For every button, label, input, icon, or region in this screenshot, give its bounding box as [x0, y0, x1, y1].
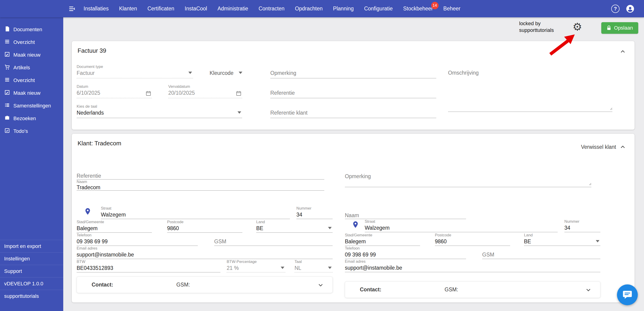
gsm-input[interactable]: GSM	[214, 233, 332, 246]
klant-card-title: Klant: Tradecom	[72, 134, 634, 147]
datum-input[interactable]: Datum 6/10/2025	[77, 84, 152, 98]
contact-gsm-label: GSM:	[444, 286, 458, 293]
naam-label: Naam	[77, 180, 87, 184]
topnav-item-label: Stockbeheer	[403, 6, 433, 12]
chat-launcher-button[interactable]	[617, 284, 638, 305]
email-input[interactable]: Email adres support@instamobile.be	[77, 246, 332, 259]
save-button[interactable]: Opslaan	[601, 22, 638, 34]
vervaldatum-input[interactable]: Vervaldatum 20/10/2025	[168, 84, 242, 98]
sidebar-item-artikels[interactable]: Artikels	[0, 61, 63, 74]
resize-handle-icon[interactable]	[609, 107, 612, 111]
land-select[interactable]: Land BE	[256, 220, 332, 233]
taal-select[interactable]: Kies de taal Nederlands	[77, 104, 242, 118]
referentie-klant-placeholder: Referentie klant	[270, 110, 308, 116]
btw-input[interactable]: BTW BE0433512893	[77, 259, 220, 272]
telefoon-input[interactable]: Telefoon 09 398 69 99	[77, 233, 198, 246]
sidebar: Documenten Overzicht Maak nieuw Artikels…	[0, 0, 63, 311]
sidebar-item-label: Samenstellingen	[14, 103, 51, 109]
topnav-item-beheer[interactable]: Beheer	[444, 6, 460, 12]
sidebar-item-instellingen[interactable]: Instellingen	[0, 252, 63, 265]
vervaldatum-value: 20/10/2025	[168, 90, 195, 96]
telefoon2-label: Telefoon	[345, 246, 360, 251]
stad-label: Stad/Gemeente	[77, 220, 104, 224]
help-icon[interactable]: ?	[611, 5, 620, 13]
topnav-item-installaties[interactable]: Installaties	[84, 6, 109, 12]
referentie-input[interactable]: Referentie	[270, 84, 436, 98]
topnav-item-instacool[interactable]: InstaCool	[185, 6, 207, 12]
invoice-card: Factuur 39 Document type Factuur Kleurco…	[72, 41, 634, 130]
sidebar-item-import-en-export[interactable]: Import en export	[0, 240, 63, 252]
sidebar-item-overzicht-artikels[interactable]: Overzicht	[0, 74, 63, 87]
postcode-input[interactable]: Postcode 9860	[167, 220, 242, 233]
sidebar-item-todos[interactable]: Todo's	[0, 125, 63, 137]
topnav-item-configuratie[interactable]: Configuratie	[364, 6, 393, 12]
cart-icon	[4, 64, 10, 71]
gsm2-input[interactable]: GSM	[482, 246, 600, 259]
telefoon2-input[interactable]: Telefoon 09 398 69 99	[345, 246, 466, 259]
nummer2-input[interactable]: Nummer 34	[564, 219, 600, 232]
location-pin-icon	[84, 207, 92, 216]
sidebar-item-samenstellingen[interactable]: Samenstellingen	[0, 99, 63, 112]
taal-klant-value: NL	[294, 265, 301, 271]
referentie-klant-input[interactable]: Referentie klant	[270, 104, 436, 118]
calendar-icon	[236, 90, 242, 97]
topnav-item-administratie[interactable]: Administratie	[218, 6, 248, 12]
opmerking-input[interactable]: Opmerking	[270, 65, 436, 78]
omschrijving-textarea[interactable]: Omschrijving	[448, 65, 612, 112]
nummer2-label: Nummer	[564, 219, 579, 224]
topnav-item-stockbeheer[interactable]: Stockbeheer 14	[403, 6, 433, 12]
gear-icon[interactable]: ⚙	[570, 19, 585, 35]
document-type-select[interactable]: Document type Factuur	[77, 65, 193, 78]
telefoon-value: 09 398 69 99	[77, 238, 108, 245]
topnav-item-contracten[interactable]: Contracten	[258, 6, 284, 12]
account-icon[interactable]	[626, 4, 635, 14]
straat2-input[interactable]: Straat Walzegem	[365, 219, 558, 232]
gsm2-placeholder: GSM	[482, 252, 494, 258]
btw-label: BTW	[77, 259, 86, 264]
topnav-item-klanten[interactable]: Klanten	[119, 6, 137, 12]
btw-percentage-label: BTW-Percentage	[227, 259, 257, 264]
sidebar-item-maak-nieuw-artikel[interactable]: Maak nieuw	[0, 87, 63, 99]
locked-by-line2: supporttutorials	[519, 27, 554, 34]
topnav-item-certificaten[interactable]: Certificaten	[148, 6, 174, 12]
kleurcode-select[interactable]: Kleurcode	[210, 65, 242, 78]
stad2-input[interactable]: Stad/Gemeente Balegem	[345, 233, 420, 246]
taal-klant-select[interactable]: Taal NL	[294, 259, 332, 272]
sidebar-item-version: vDEVELOP 1.0.0	[0, 277, 63, 290]
menu-open-icon[interactable]	[68, 5, 76, 13]
straat-input[interactable]: Straat Walzegem	[101, 206, 290, 219]
resize-handle-icon[interactable]	[588, 182, 591, 186]
postcode2-input[interactable]: Postcode 9860	[435, 233, 510, 246]
topnav-item-planning[interactable]: Planning	[333, 6, 354, 12]
postcode-label: Postcode	[167, 220, 184, 224]
chevron-down-icon	[328, 227, 332, 229]
datum-label: Datum	[77, 84, 88, 89]
land-label: Land	[256, 220, 265, 224]
sidebar-item-support[interactable]: Support	[0, 265, 63, 277]
klant-opmerking-textarea[interactable]: Opmerking	[345, 168, 591, 187]
sidebar-item-documenten[interactable]: Documenten	[0, 23, 63, 36]
stad-input[interactable]: Stad/Gemeente Balegem	[77, 220, 152, 233]
topnav-item-opdrachten[interactable]: Opdrachten	[295, 6, 323, 12]
land2-select[interactable]: Land BE	[524, 233, 600, 246]
taal-label: Kies de taal	[77, 104, 97, 109]
chevron-down-icon	[585, 286, 592, 294]
collapse-klant-icon[interactable]	[619, 143, 626, 150]
collapse-invoice-icon[interactable]	[619, 48, 626, 55]
klant-naam-input[interactable]: Naam Tradecom	[77, 180, 324, 191]
page-header: locked by supporttutorials ⚙ Opslaan	[63, 17, 644, 41]
email2-input[interactable]: Email adres support@instamobile.be	[345, 259, 600, 272]
klant-referentie-input[interactable]: Referentie	[77, 168, 324, 180]
sidebar-item-label: Todo's	[14, 128, 28, 134]
contact-expander-right[interactable]: Contact: GSM:	[345, 281, 600, 298]
sidebar-item-maak-nieuw-document[interactable]: Maak nieuw	[0, 49, 63, 61]
verwissel-klant-button[interactable]: Verwissel klant	[581, 144, 616, 150]
leveradres-naam-input[interactable]: Naam	[345, 207, 466, 219]
contact-expander-left[interactable]: Contact: GSM:	[77, 276, 332, 293]
nummer-input[interactable]: Nummer 34	[296, 206, 332, 219]
btw-percentage-select[interactable]: BTW-Percentage 21 %	[227, 259, 285, 272]
email-value: support@instamobile.be	[77, 252, 134, 258]
invoice-card-title: Factuur 39	[72, 41, 634, 54]
sidebar-item-bezoeken[interactable]: Bezoeken	[0, 112, 63, 125]
sidebar-item-overzicht-documenten[interactable]: Overzicht	[0, 36, 63, 49]
